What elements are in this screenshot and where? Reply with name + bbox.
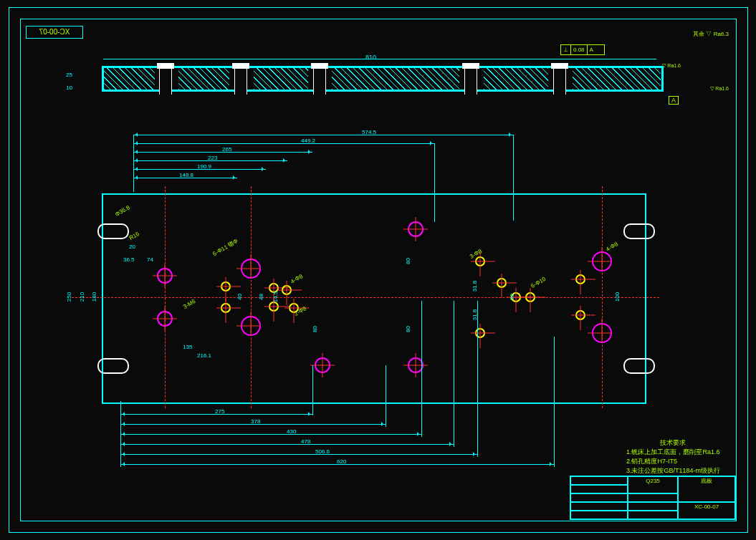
dim-478-txt: 478 (301, 438, 310, 445)
drawing-tag-mirrored: XC-00-07 (26, 26, 83, 39)
hole (315, 357, 330, 373)
hole-sm (269, 302, 279, 312)
hole-sm (221, 281, 231, 291)
technical-notes: 技术要求 1.铣床上加工底面，磨削至Ra1.6 2.销孔精度H7-IT5 3.未… (626, 438, 720, 476)
dim-5745 (133, 135, 513, 135)
surface-finish-main: 其余 ▽ Ra6.3 (693, 30, 729, 38)
dim-250: 250 (66, 292, 72, 302)
cad-canvas[interactable]: XC-00-07 其余 ▽ Ra6.3 ⊥ 0.08 A 810 25 10 ▽… (0, 0, 756, 540)
hole (408, 221, 424, 237)
dim-2161: 216.1 (197, 352, 211, 359)
centerline-v (251, 186, 252, 408)
dim-1909-txt: 190.9 (197, 163, 211, 170)
tb-cell (570, 493, 628, 502)
dim-478 (120, 444, 454, 445)
bolt-hole (159, 63, 172, 95)
dim-265-txt: 265 (222, 146, 231, 153)
dim-4492-txt: 449.2 (301, 138, 315, 144)
dim-25: 25 (66, 72, 72, 78)
bolt-hole (553, 63, 566, 95)
mounting-slot (97, 358, 129, 374)
ext (120, 401, 121, 467)
dim-line-810 (103, 59, 656, 59)
tb-dwgno: XC-00-07 (678, 502, 735, 519)
centerline-h (72, 297, 659, 298)
geometric-tolerance: ⊥ 0.08 A (560, 44, 605, 55)
hole-sm (525, 292, 535, 302)
dim-5068-txt: 506.8 (315, 448, 330, 455)
notes-title: 技术要求 (626, 438, 720, 448)
tb-cell (570, 476, 628, 485)
dim-810: 810 (365, 54, 376, 61)
dim-48: 48 (258, 294, 264, 300)
dim-80: 80 (312, 326, 318, 332)
centerline-v (602, 186, 603, 408)
hole-sm (221, 303, 231, 313)
dim-50: 50 (509, 294, 515, 300)
plate-outline (102, 193, 646, 404)
section-bottom-edge (102, 90, 664, 92)
hole-sm (475, 256, 485, 266)
dim-80b: 80 (405, 326, 411, 332)
dim-318a: 31.8 (472, 281, 478, 292)
tb-cell (570, 485, 628, 493)
bolt-hole (464, 63, 477, 95)
tb-cell (628, 511, 678, 519)
dim-40: 40 (236, 294, 243, 300)
dim-74: 74 (147, 256, 153, 263)
ext (554, 337, 555, 467)
gd-value: 0.08 (571, 45, 588, 54)
hole-sm (575, 310, 585, 320)
tb-cell (570, 511, 628, 519)
hatch (573, 68, 661, 90)
note-3: 3.未注公差按GB/T1184-m级执行 (626, 466, 720, 476)
mounting-slot (97, 223, 129, 239)
bolt-hole (234, 63, 247, 95)
dim-223-txt: 223 (208, 155, 217, 161)
centerline-v (165, 186, 166, 408)
note-2: 2.销孔精度H7-IT5 (626, 457, 720, 466)
ext (312, 365, 313, 415)
tb-material: Q235 (628, 476, 678, 493)
dim-100: 100 (614, 292, 621, 302)
dim-365: 36.5 (123, 256, 135, 263)
dim-135: 135 (183, 344, 192, 350)
title-block: Q235 底板 XC-00-07 (570, 476, 736, 520)
ext (454, 301, 454, 447)
dim-620-txt: 620 (337, 458, 346, 465)
bolt-hole (313, 63, 326, 95)
dim-430-txt: 430 (287, 428, 296, 435)
section-right-edge (661, 66, 664, 92)
hole-sm (575, 274, 585, 284)
hole-sm (282, 285, 292, 295)
dim-20: 20 (129, 244, 135, 250)
hatch (178, 68, 229, 90)
surface-ra16: ▽ Ra1.6 (662, 63, 681, 69)
note-1: 1.铣床上加工底面，磨削至Ra1.6 (626, 448, 720, 457)
dim-145: 14.5 (272, 291, 279, 303)
mounting-slot (623, 223, 655, 239)
datum-a: A (669, 96, 679, 105)
hatch (104, 68, 155, 90)
dim-80c: 80 (405, 258, 411, 264)
dim-10: 10 (66, 85, 72, 91)
section-view (75, 66, 664, 92)
ext (421, 301, 422, 437)
dim-4492 (133, 143, 434, 144)
surface-ra16: ▽ Ra1.6 (710, 86, 729, 92)
hatch (332, 68, 459, 90)
dim-5745-txt: 574.5 (362, 129, 376, 135)
gd-symbol: ⊥ (561, 45, 571, 54)
dim-210: 210 (79, 292, 85, 302)
dim-1488-txt: 148.8 (179, 172, 193, 178)
plan-view: Φ36.8 R16 3-M6 6-Φ11 锪Φ 4-Φ8 2-Φ8 3-Φ8 6… (72, 193, 645, 401)
dim-275-txt: 275 (215, 408, 224, 415)
tb-cell (628, 502, 678, 511)
dim-378-txt: 378 (251, 418, 260, 425)
hatch (484, 68, 548, 90)
ext (133, 135, 134, 192)
tb-cell (570, 502, 628, 511)
ext (477, 301, 478, 457)
dim-430 (120, 434, 421, 435)
gd-datum: A (588, 45, 595, 54)
